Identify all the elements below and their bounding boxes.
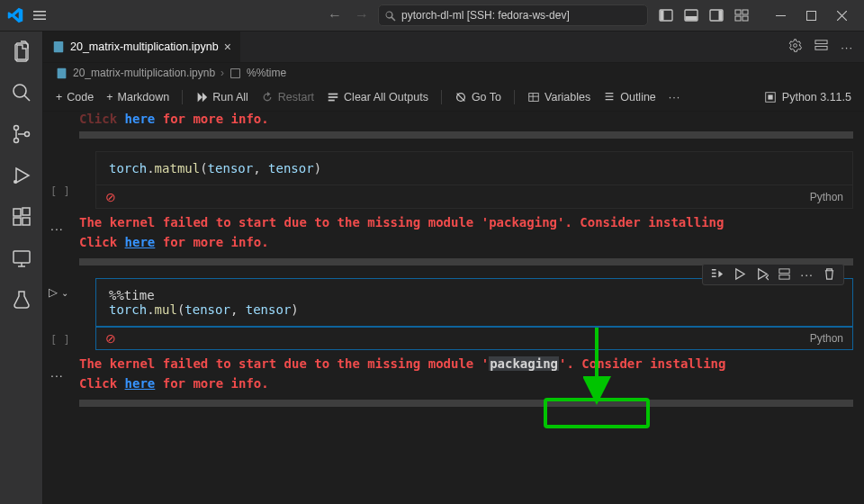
svg-rect-7 xyxy=(742,10,748,14)
svg-rect-27 xyxy=(328,93,338,94)
notebook-file-icon xyxy=(52,40,65,53)
svg-rect-33 xyxy=(768,94,772,99)
activity-bar xyxy=(0,32,43,504)
window-close-icon[interactable] xyxy=(826,3,857,28)
clear-outputs-button[interactable]: Clear All Outputs xyxy=(327,91,428,104)
run-by-line-icon[interactable] xyxy=(710,267,724,281)
cell-language[interactable]: Python xyxy=(810,191,843,203)
extensions-icon[interactable] xyxy=(11,206,32,228)
outline-button[interactable]: Outline xyxy=(603,91,656,104)
customize-layout-icon[interactable] xyxy=(734,8,749,22)
svg-rect-3 xyxy=(686,16,698,21)
svg-rect-10 xyxy=(776,15,786,16)
run-all-button[interactable]: Run All xyxy=(195,91,248,104)
testing-icon[interactable] xyxy=(11,289,32,310)
notebook-layout-icon[interactable] xyxy=(814,39,828,55)
breadcrumb-file: 20_matrix-multiplication.ipynb xyxy=(73,67,215,79)
tab-actions: ··· xyxy=(788,32,864,62)
code-cell-editor[interactable]: torch.matmul(tensor, tensor) xyxy=(95,151,853,185)
notebook-settings-icon[interactable] xyxy=(788,39,802,55)
run-cell-icon[interactable]: ▷ ⌄ xyxy=(49,285,68,299)
error-output: The kernel failed to start due to the mi… xyxy=(43,212,853,253)
variables-button[interactable]: Variables xyxy=(527,91,590,104)
error-status-icon: ⊘ xyxy=(105,190,116,204)
window-maximize-icon[interactable] xyxy=(796,3,826,28)
search-icon xyxy=(384,10,396,22)
execute-above-icon[interactable] xyxy=(755,267,769,281)
notebook-cell-active: ··· ▷ ⌄ [ ] %%time torch.mul(tensor, ten… xyxy=(43,278,853,407)
svg-point-14 xyxy=(14,139,18,143)
window-minimize-icon[interactable] xyxy=(765,3,796,28)
svg-point-16 xyxy=(14,180,17,184)
delete-cell-icon[interactable] xyxy=(823,267,836,281)
split-cell-icon[interactable] xyxy=(778,267,791,281)
source-control-icon[interactable] xyxy=(11,123,32,145)
goto-button[interactable]: Go To xyxy=(454,91,501,104)
svg-rect-25 xyxy=(58,68,67,77)
breadcrumb-symbol: %%time xyxy=(247,67,286,79)
execute-cell-icon[interactable] xyxy=(733,267,746,281)
output-collapse-icon[interactable]: ··· xyxy=(50,221,64,236)
kernel-selector[interactable]: Python 3.11.5 xyxy=(764,91,851,104)
vscode-logo-icon xyxy=(7,7,23,23)
breadcrumb[interactable]: 20_matrix-multiplication.ipynb › %%time xyxy=(43,63,864,83)
error-status-icon: ⊘ xyxy=(105,331,116,346)
error-link[interactable]: here xyxy=(125,376,156,391)
search-activity-icon[interactable] xyxy=(11,82,32,104)
command-center-text: pytorch-dl-ml [SSH: fedora-ws-dev] xyxy=(401,9,570,22)
hamburger-menu-icon[interactable] xyxy=(32,8,47,22)
command-center[interactable]: pytorch-dl-ml [SSH: fedora-ws-dev] xyxy=(378,4,648,26)
remote-explorer-icon[interactable] xyxy=(11,248,32,269)
nav-back-icon[interactable]: ← xyxy=(328,7,342,23)
svg-rect-18 xyxy=(14,218,21,225)
svg-rect-17 xyxy=(14,209,21,216)
svg-point-15 xyxy=(24,132,29,137)
tab-filename: 20_matrix-multiplication.ipynb xyxy=(70,40,219,53)
svg-rect-20 xyxy=(22,208,30,215)
highlighted-module: packaging xyxy=(489,356,559,371)
svg-rect-22 xyxy=(54,41,64,52)
chevron-right-icon: › xyxy=(220,67,224,79)
svg-rect-28 xyxy=(328,96,338,98)
toggle-secondary-sidebar-icon[interactable] xyxy=(709,8,724,22)
svg-rect-9 xyxy=(742,16,748,21)
horizontal-scrollbar[interactable] xyxy=(79,400,853,407)
tab-close-icon[interactable]: × xyxy=(224,40,231,54)
notebook-viewport[interactable]: Click here for more info. [ ] torch.matm… xyxy=(43,112,864,504)
svg-point-12 xyxy=(14,85,26,97)
more-actions-icon[interactable]: ··· xyxy=(841,40,853,54)
notebook-file-icon xyxy=(56,68,68,79)
more-cell-actions-icon[interactable]: ··· xyxy=(800,267,814,282)
nav-forward-icon[interactable]: → xyxy=(355,7,369,23)
title-bar: ← → pytorch-dl-ml [SSH: fedora-ws-dev] xyxy=(0,0,864,32)
restart-kernel-button[interactable]: Restart xyxy=(261,91,314,104)
editor-tabs: 20_matrix-multiplication.ipynb × ··· xyxy=(43,32,864,63)
kernel-name: Python 3.11.5 xyxy=(782,91,851,104)
error-text: Click here for more info. xyxy=(79,112,269,126)
window-controls xyxy=(765,3,857,28)
add-markdown-cell-button[interactable]: +Markdown xyxy=(106,91,169,104)
toggle-primary-sidebar-icon[interactable] xyxy=(659,8,673,22)
cell-icon xyxy=(230,68,241,79)
code-cell-editor[interactable]: %%time torch.mul(tensor, tensor) xyxy=(95,278,853,327)
svg-rect-35 xyxy=(779,275,789,280)
notebook-toolbar: +Code +Markdown Run All Restart Clear Al… xyxy=(43,83,864,112)
error-link[interactable]: here xyxy=(125,235,156,249)
cell-status-bar: ⊘ Python xyxy=(95,327,853,350)
add-code-cell-button[interactable]: +Code xyxy=(56,91,94,104)
horizontal-scrollbar[interactable] xyxy=(79,131,853,139)
error-link[interactable]: here xyxy=(125,112,156,126)
layout-controls xyxy=(659,8,749,22)
editor-area: 20_matrix-multiplication.ipynb × ··· 20_… xyxy=(43,32,864,504)
cell-language[interactable]: Python xyxy=(810,332,843,345)
error-output: The kernel failed to start due to the mi… xyxy=(43,354,853,394)
execution-count: [ ] xyxy=(50,334,70,346)
execution-count: [ ] xyxy=(50,185,70,198)
svg-rect-5 xyxy=(719,11,723,21)
more-toolbar-icon[interactable]: ··· xyxy=(669,91,680,104)
editor-tab[interactable]: 20_matrix-multiplication.ipynb × xyxy=(43,32,241,62)
toggle-panel-icon[interactable] xyxy=(684,8,698,22)
svg-rect-11 xyxy=(806,11,815,20)
run-debug-icon[interactable] xyxy=(11,165,32,186)
explorer-icon[interactable] xyxy=(11,40,32,62)
